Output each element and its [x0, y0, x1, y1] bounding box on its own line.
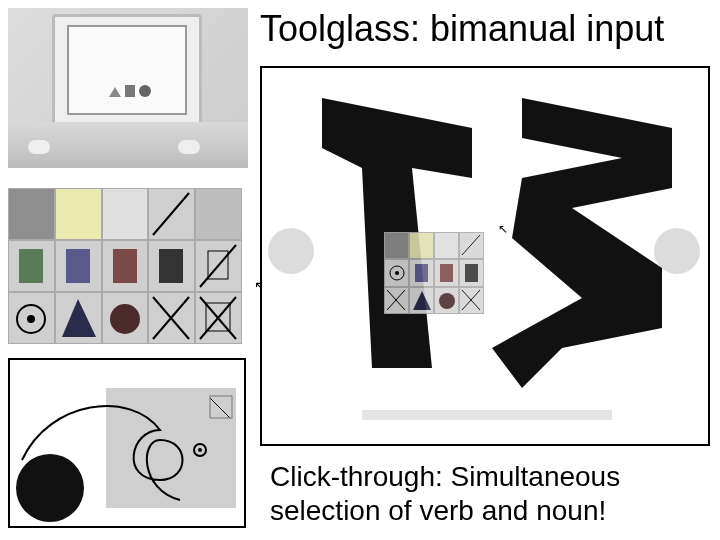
- svg-point-27: [395, 271, 399, 275]
- svg-rect-1: [125, 85, 135, 97]
- svg-point-2: [139, 85, 151, 97]
- right-mouse-icon: [178, 140, 200, 154]
- svg-point-11: [27, 315, 35, 323]
- crt-monitor: [52, 14, 202, 134]
- svg-point-13: [110, 304, 140, 334]
- monitor-photo: [8, 8, 248, 168]
- demo-cursor-icon: ↖: [498, 222, 508, 236]
- svg-point-24: [198, 448, 202, 452]
- caption-line-2: selection of verb and noun!: [270, 494, 620, 528]
- slide-title: Toolglass: bimanual input: [260, 8, 664, 50]
- caption: Click-through: Simultaneous selection of…: [270, 460, 620, 527]
- svg-marker-12: [62, 299, 96, 337]
- baseline-bar: [362, 410, 612, 420]
- demo-canvas: ↖: [260, 66, 710, 446]
- left-mouse-icon: [28, 140, 50, 154]
- svg-rect-7: [159, 249, 183, 283]
- toolglass-overlay: [384, 232, 484, 314]
- tool-palette: ↖: [8, 188, 242, 344]
- svg-line-25: [462, 235, 480, 255]
- svg-rect-28: [415, 264, 428, 282]
- svg-rect-4: [19, 249, 43, 283]
- svg-rect-6: [113, 249, 137, 283]
- monitor-screen: [67, 25, 187, 115]
- svg-rect-19: [106, 388, 236, 508]
- svg-point-34: [439, 293, 455, 309]
- squiggle-drawing: [8, 358, 246, 528]
- svg-rect-5: [66, 249, 90, 283]
- svg-marker-0: [109, 87, 121, 97]
- caption-line-1: Click-through: Simultaneous: [270, 460, 620, 494]
- svg-line-3: [153, 193, 189, 235]
- svg-rect-30: [465, 264, 478, 282]
- squiggle-svg-icon: [10, 360, 246, 528]
- svg-point-22: [16, 454, 84, 522]
- svg-marker-33: [413, 291, 431, 310]
- black-strokes-icon: [262, 68, 710, 446]
- svg-rect-29: [440, 264, 453, 282]
- screen-shapes-icon: [109, 67, 159, 107]
